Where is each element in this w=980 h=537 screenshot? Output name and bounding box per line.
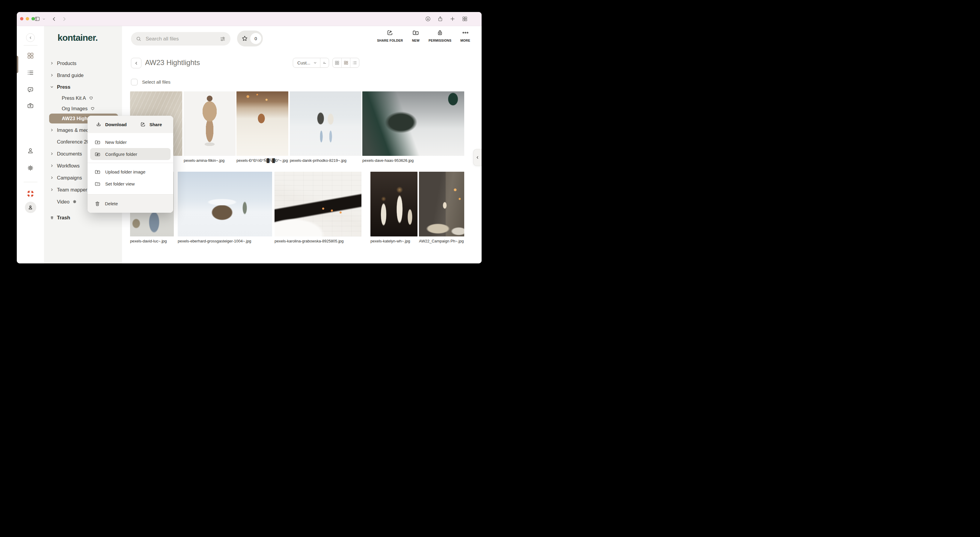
file-thumbnail[interactable]	[275, 172, 361, 237]
sidebar-toggle-icon[interactable]	[34, 16, 40, 22]
file-thumbnail[interactable]	[184, 91, 235, 156]
share-icon[interactable]	[437, 16, 443, 22]
collapse-sidebar-button[interactable]	[26, 33, 35, 42]
favorites-pill[interactable]: 0	[237, 30, 263, 46]
file-thumbnail[interactable]	[419, 172, 464, 237]
select-all-label: Select all files	[142, 79, 170, 85]
context-menu-body: New folder Configure folder Upload folde…	[88, 133, 173, 194]
new-button[interactable]: NEW	[412, 29, 420, 42]
download-icon	[95, 121, 102, 127]
heart-icon[interactable]	[90, 106, 95, 111]
share-arrow-icon	[140, 121, 146, 127]
file-thumbnail[interactable]	[362, 91, 464, 156]
file-thumbnail[interactable]	[290, 91, 361, 156]
sidebar-item-trash[interactable]: Trash	[44, 213, 122, 222]
folder-view-icon	[94, 181, 101, 187]
app-window: kontainer. Products Brand guide Press Pr…	[17, 12, 482, 264]
select-all-row: Select all files	[131, 79, 170, 86]
folder-plus-icon	[94, 139, 101, 145]
minimize-window-button[interactable]	[26, 17, 29, 21]
forward-icon[interactable]	[61, 16, 67, 22]
star-icon	[241, 35, 248, 42]
rail-divider	[24, 182, 37, 182]
search-input[interactable]	[145, 36, 220, 42]
sort-selected-value: Cust...	[297, 60, 310, 65]
context-menu-header: Download Share	[88, 116, 173, 133]
file-name: pexels-david-luc~.jpg	[130, 239, 175, 244]
traffic-lights	[20, 17, 35, 21]
chevron-left-icon	[476, 156, 479, 159]
permissions-button[interactable]: PERMISSIONS	[429, 29, 451, 42]
downloads-icon[interactable]	[425, 16, 431, 22]
sidebar-item-press[interactable]: Press	[44, 82, 122, 92]
sort-direction-icon[interactable]	[320, 60, 329, 65]
icon-rail	[17, 26, 44, 264]
search-bar[interactable]	[131, 32, 231, 46]
folder-actions: SHARE FOLDER NEW PERMISSIONS MORE	[377, 29, 470, 42]
tab-overview-icon[interactable]	[462, 16, 468, 22]
heart-icon[interactable]	[89, 95, 94, 100]
menu-item-delete[interactable]: Delete	[88, 194, 173, 213]
browser-titlebar	[17, 12, 482, 26]
menu-item-upload-folder-image[interactable]: Upload folder image	[88, 166, 173, 178]
file-name: pexels-amina-filkin~.jpg	[184, 158, 235, 163]
file-thumbnail[interactable]	[178, 172, 272, 237]
menu-download-button[interactable]: Download	[95, 121, 127, 127]
help-lifebuoy-icon[interactable]	[26, 190, 35, 198]
file-name: pexels-Ð°Ð½Ð°Ñ█Ñ█Ð°~.jpg	[237, 158, 288, 163]
back-icon[interactable]	[51, 16, 57, 22]
more-dots-icon	[462, 29, 469, 36]
file-name: AW22_Campaign Ph~.jpg	[419, 239, 464, 244]
close-window-button[interactable]	[20, 17, 23, 21]
menu-item-new-folder[interactable]: New folder	[88, 136, 173, 148]
list-icon[interactable]	[27, 69, 34, 76]
video-settings-gear-icon[interactable]	[72, 199, 77, 204]
page-title: AW23 Hightlights	[145, 59, 200, 67]
approvals-chat-icon[interactable]	[27, 86, 34, 94]
file-name: pexels-eberhard-grossgasteiger-1004~.jpg	[178, 239, 271, 244]
folder-upload-icon	[94, 169, 101, 175]
file-name: pexels-danik-prihodko-8219~.jpg	[290, 158, 361, 163]
sidebar-item-products[interactable]: Products	[44, 58, 122, 68]
menu-share-button[interactable]: Share	[140, 121, 162, 127]
main-content: 0 SHARE FOLDER NEW PERMISSIONS MORE	[122, 26, 482, 264]
kontainer-logo: kontainer.	[57, 33, 98, 43]
share-folder-button[interactable]: SHARE FOLDER	[377, 29, 403, 42]
file-thumbnail[interactable]	[237, 91, 288, 156]
file-thumbnail[interactable]	[371, 172, 417, 237]
sidebar-item-brand-guide[interactable]: Brand guide	[44, 70, 122, 80]
favorites-count-badge: 0	[250, 33, 261, 44]
users-icon[interactable]	[27, 147, 34, 155]
menu-item-configure-folder[interactable]: Configure folder	[90, 148, 170, 160]
sidebar-item-press-kit-a[interactable]: Press Kit A	[44, 93, 122, 103]
trash-icon	[94, 201, 100, 207]
new-folder-icon	[412, 29, 419, 36]
new-tab-icon[interactable]	[450, 16, 455, 22]
chevron-left-icon	[134, 61, 138, 65]
file-name: pexels-dave-haas-953626.jpg	[362, 158, 463, 163]
sidebar-item-org-images[interactable]: Org Images	[44, 103, 122, 114]
search-icon	[136, 36, 142, 42]
avatar[interactable]	[25, 202, 36, 213]
view-switcher	[332, 58, 360, 68]
menu-item-set-folder-view[interactable]: Set folder view	[88, 178, 173, 190]
filter-sliders-icon[interactable]	[220, 36, 226, 42]
view-masonry-button[interactable]	[341, 58, 350, 67]
view-grid-button[interactable]	[332, 58, 341, 67]
file-name: pexels-katelyn-wh~.jpg	[371, 239, 417, 244]
briefcase-icon[interactable]	[27, 102, 34, 110]
rail-divider	[24, 45, 37, 46]
chevron-down-icon[interactable]	[42, 17, 46, 21]
folder-sliders-icon	[94, 151, 101, 157]
folder-context-menu: Download Share New folder Configure fold…	[88, 116, 173, 213]
share-folder-icon	[386, 29, 393, 36]
settings-gear-icon[interactable]	[27, 164, 34, 172]
files-grid-icon[interactable]	[27, 52, 34, 59]
more-button[interactable]: MORE	[460, 29, 470, 42]
view-list-button[interactable]	[350, 58, 359, 67]
expand-right-panel-handle[interactable]	[473, 149, 482, 166]
file-name: pexels-karolina-grabowska-8925805.jpg	[275, 239, 361, 244]
select-all-checkbox[interactable]	[131, 79, 138, 86]
back-button[interactable]	[131, 58, 142, 68]
sort-dropdown[interactable]: Cust...	[293, 58, 329, 68]
